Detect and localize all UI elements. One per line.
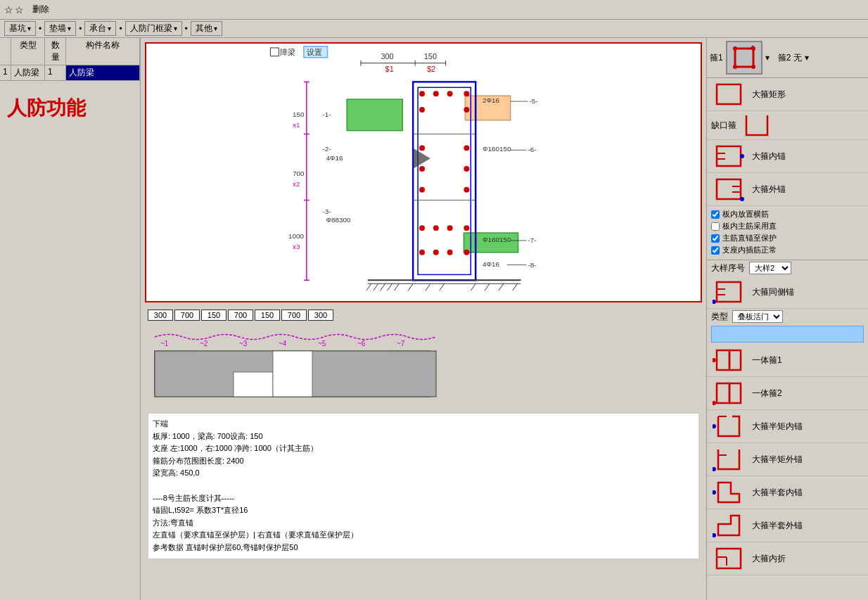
svg-text:Ф160150: Ф160150 xyxy=(483,236,511,243)
dim-700-3[interactable]: 700 xyxy=(281,309,307,321)
svg-point-105 xyxy=(733,65,737,69)
cb-seat-rebar[interactable] xyxy=(711,246,720,255)
dim-150-1[interactable]: 150 xyxy=(201,309,226,321)
svg-text:$1: $1 xyxy=(385,65,394,73)
svg-text:x1: x1 xyxy=(293,121,300,129)
svg-point-31 xyxy=(419,91,425,96)
svg-point-111 xyxy=(740,154,744,158)
prev-arrow[interactable]: ☆ xyxy=(4,4,13,15)
item-integrated1[interactable]: 一体箍1 xyxy=(707,344,868,377)
table-row[interactable]: 1 人防梁 1 人防梁 xyxy=(0,65,140,81)
svg-text:$2: $2 xyxy=(427,65,435,73)
second-toolbar: 基坑▾ • 垫墙▾ • 承台▾ • 人防门框梁▾ • 其他▾ xyxy=(0,20,868,38)
svg-point-48 xyxy=(419,250,425,255)
inner-fold-icon xyxy=(711,544,746,573)
row-name[interactable]: 人防梁 xyxy=(66,65,140,80)
type-row: 类型 叠板活门 xyxy=(707,309,868,324)
svg-line-64 xyxy=(499,283,504,291)
dim-700-2[interactable]: 700 xyxy=(228,309,253,321)
dim-300-1[interactable]: 300 xyxy=(148,309,173,321)
svg-point-131 xyxy=(713,533,716,537)
svg-rect-124 xyxy=(729,383,741,403)
svg-line-55 xyxy=(374,283,378,291)
svg-text:-5-: -5- xyxy=(529,97,537,105)
delete-btn[interactable]: 删除 xyxy=(32,4,49,15)
svg-rect-28 xyxy=(418,87,471,274)
left-panel: 类型 数量 构件名称 1 人防梁 1 人防梁 人防功能 xyxy=(0,38,141,600)
menu-renfang[interactable]: 人防门框梁▾ xyxy=(125,21,182,36)
cb-seat-rebar-label: 支座内插筋正常 xyxy=(722,245,777,255)
inner-anchor-icon xyxy=(711,142,746,170)
svg-point-47 xyxy=(464,225,469,231)
svg-rect-101 xyxy=(273,351,312,397)
col-name: 构件名称 xyxy=(66,38,140,65)
diagram-svg: 障梁 设置 300 150 $1 $2 150 x1 700 xyxy=(146,44,701,301)
right-panel: 箍1 ▾ 箍2 无 ▾ xyxy=(706,38,868,600)
type-value-select[interactable]: 叠板活门 xyxy=(732,310,783,323)
cb-straight-anchor[interactable] xyxy=(711,234,720,243)
svg-text:设置: 设置 xyxy=(307,48,322,56)
item-half-rect-outer[interactable]: 大箍半矩外锚 xyxy=(707,443,868,476)
cb-horizontal-rebar[interactable] xyxy=(711,210,720,219)
hoop1-preview[interactable] xyxy=(726,41,762,75)
svg-point-41 xyxy=(419,187,425,193)
svg-rect-107 xyxy=(717,84,741,104)
svg-text:4Ф16: 4Ф16 xyxy=(326,154,343,162)
svg-text:~2: ~2 xyxy=(200,340,208,347)
checkbox-straight-anchor: 主筋直锚至保护 xyxy=(711,233,864,243)
hoop1-dropdown-arrow[interactable]: ▾ xyxy=(765,53,770,63)
nav-arrows[interactable]: ☆ ☆ xyxy=(4,4,24,15)
notch-hoop-label-left: 缺口箍 xyxy=(711,120,736,132)
item-half-rect-inner[interactable]: 大箍半矩内锚 xyxy=(707,410,868,443)
table-header: 类型 数量 构件名称 xyxy=(0,38,140,65)
text-line-5: 梁宽高: 450,0 xyxy=(153,467,694,480)
svg-rect-108 xyxy=(717,146,741,166)
svg-point-122 xyxy=(713,358,716,362)
svg-point-35 xyxy=(419,107,425,113)
item-rect-hoop[interactable]: 大箍矩形 xyxy=(707,78,868,111)
item-integrated2[interactable]: 一体箍2 xyxy=(707,377,868,410)
blue-select-area[interactable] xyxy=(711,326,864,343)
svg-text:700: 700 xyxy=(293,170,305,177)
svg-line-61 xyxy=(440,283,445,291)
half-rect-outer-icon xyxy=(711,445,746,473)
svg-text:1000: 1000 xyxy=(288,232,304,240)
item-outer-anchor[interactable]: 大箍外锚 xyxy=(707,173,868,206)
hoop2-dropdown-arrow[interactable]: ▾ xyxy=(805,53,809,63)
item-inner-fold[interactable]: 大箍内折 xyxy=(707,542,868,575)
notch-hoop-preview[interactable] xyxy=(741,113,773,138)
svg-text:4Ф16: 4Ф16 xyxy=(483,260,499,268)
svg-point-32 xyxy=(433,91,439,96)
svg-text:障梁: 障梁 xyxy=(280,48,295,56)
menu-qita[interactable]: 其他▾ xyxy=(191,21,222,36)
type-label: 类型 xyxy=(711,311,728,323)
menu-chengtai[interactable]: 承台▾ xyxy=(84,21,116,36)
menu-diqiang[interactable]: 垫墙▾ xyxy=(44,21,76,36)
menu-jikeng[interactable]: 基坑▾ xyxy=(4,21,36,36)
item-same-side[interactable]: 大箍同侧锚 xyxy=(707,276,868,309)
sample-value-select[interactable]: 大样2 xyxy=(749,262,791,274)
dim-150-2[interactable]: 150 xyxy=(255,309,280,321)
svg-text:-3-: -3- xyxy=(323,208,331,215)
row-count: 1 xyxy=(45,65,66,80)
dim-700-1[interactable]: 700 xyxy=(174,309,200,321)
text-line-9: 方法:弯直锚 xyxy=(153,517,694,530)
hoop2-label: 箍2 xyxy=(778,52,791,64)
item-label-half-sleeve-outer: 大箍半套外锚 xyxy=(752,520,803,532)
svg-rect-24 xyxy=(347,99,402,131)
item-half-sleeve-inner[interactable]: 大箍半套内锚 xyxy=(707,476,868,509)
svg-rect-102 xyxy=(735,49,753,67)
dim-300-2[interactable]: 300 xyxy=(308,309,333,321)
svg-text:Ф160150: Ф160150 xyxy=(483,145,511,153)
svg-text:~3: ~3 xyxy=(239,340,248,347)
svg-rect-132 xyxy=(717,549,741,568)
svg-text:-6-: -6- xyxy=(528,146,536,153)
item-half-sleeve-outer[interactable]: 大箍半套外锚 xyxy=(707,509,868,542)
cb-main-rebar[interactable] xyxy=(711,222,720,231)
notch-hoop-row: 缺口箍 xyxy=(707,111,868,140)
svg-text:~1: ~1 xyxy=(160,340,169,347)
svg-text:~4: ~4 xyxy=(279,340,287,347)
next-arrow[interactable]: ☆ xyxy=(15,4,24,15)
item-inner-anchor[interactable]: 大箍内锚 xyxy=(707,140,868,173)
sample-label: 大样序号 xyxy=(711,262,745,274)
